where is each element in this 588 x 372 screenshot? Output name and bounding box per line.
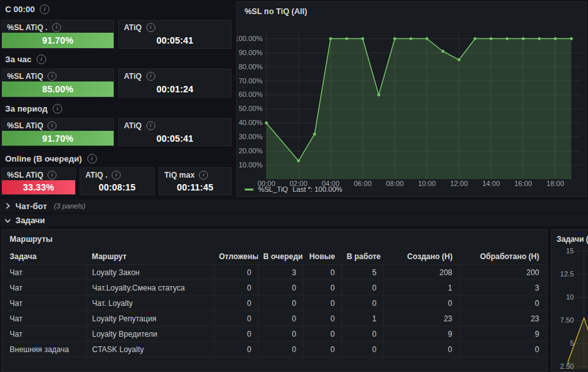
row-title[interactable]: Задачи — [15, 216, 45, 225]
svg-text:14:00: 14:00 — [482, 180, 500, 187]
sl-tiq-chart[interactable]: 100.00%90.00%80.00%70.00%60.00%50.00%40.… — [237, 2, 586, 196]
svg-text:16:00: 16:00 — [514, 180, 532, 187]
stat-value: 85.00% — [2, 81, 114, 97]
stat-panel-title: %SL ATiQ . — [7, 23, 48, 32]
stat-panel-title: ATiQ — [124, 23, 142, 32]
stat-panel-atiq-hour: ATiQ i 00:01:24 — [118, 69, 232, 97]
stat-panel-sl-atiq-day: %SL ATiQ . i 91.70% — [1, 20, 114, 49]
svg-text:50.00%: 50.00% — [239, 105, 263, 112]
stat-panel-title: ATiQ . — [85, 171, 107, 180]
info-icon[interactable]: i — [199, 171, 208, 180]
stat-value: 00:05:41 — [119, 131, 231, 146]
stat-panel-title: %SL ATiQ — [7, 171, 43, 180]
info-icon[interactable]: i — [146, 121, 155, 130]
svg-text:12.5: 12.5 — [560, 270, 574, 278]
row-panel-count: (3 panels) — [54, 202, 85, 210]
stat-panel-atiq-day: ATiQ i 00:05:41 — [118, 20, 232, 49]
info-icon[interactable]: i — [40, 4, 49, 14]
table-row[interactable]: Чат Loyalty Вредители 0 0 0 0 9 9 — [4, 326, 546, 342]
col-header-processed[interactable]: Обработано (Н) — [459, 249, 546, 265]
stat-panel-sl-atiq-online: %SL ATiQ i 33.33% — [1, 167, 76, 195]
svg-text:100.00%: 100.00% — [237, 35, 263, 42]
stat-panel-title: ATiQ — [124, 72, 142, 81]
col-header-created[interactable]: Создано (Н) — [383, 249, 459, 265]
info-icon[interactable]: i — [87, 154, 97, 164]
col-header-in-progress[interactable]: В работе — [342, 249, 383, 265]
legend-series-label[interactable]: %SL_TiQ — [258, 185, 288, 193]
table-row[interactable]: Чат Loyalty Репутация 0 0 0 1 23 23 — [4, 311, 546, 326]
stat-value: 00:08:15 — [80, 180, 154, 194]
svg-text:18:00: 18:00 — [546, 180, 564, 187]
stat-panel-title: ATiQ — [124, 121, 142, 130]
legend-last-value: Last *: 100.00% — [293, 185, 343, 193]
info-icon[interactable]: i — [48, 121, 56, 130]
info-icon[interactable]: i — [48, 72, 56, 81]
chevron-right-icon — [4, 203, 11, 209]
stat-value: 91.70% — [2, 33, 114, 48]
svg-text:06:00: 06:00 — [354, 180, 372, 187]
section-label: С 00:00 — [5, 4, 35, 14]
col-header-deferred[interactable]: Отложены — [214, 249, 258, 265]
stat-panel-atiq-online: ATiQ . i 00:08:15 — [80, 167, 155, 195]
section-header-period: За период i — [5, 103, 62, 114]
col-header-new[interactable]: Новые — [303, 249, 342, 265]
stat-panel-sl-atiq-hour: %SL ATiQ i 85.00% — [1, 69, 114, 97]
timeseries-panel-sl-tiq: %SL по TiQ (All) 100.00%90.00%80.00%70.0… — [236, 1, 587, 197]
stat-panel-title: %SL ATiQ — [7, 121, 43, 130]
info-icon[interactable]: i — [146, 23, 155, 32]
svg-text:15: 15 — [566, 247, 574, 255]
stat-value: 33.33% — [2, 180, 75, 194]
svg-text:08:00: 08:00 — [386, 180, 404, 187]
stat-value: 00:05:41 — [119, 33, 231, 48]
row-chatbot[interactable]: Чат-бот (3 panels) — [0, 199, 588, 212]
stat-panel-tiq-max-online: TiQ max i 00:11:45 — [159, 167, 232, 195]
row-tasks[interactable]: Задачи — [0, 214, 588, 226]
table-header-row: Задача Маршрут Отложены В очереди↓ Новые… — [4, 249, 546, 265]
info-icon[interactable]: i — [146, 72, 155, 81]
svg-text:60.00%: 60.00% — [239, 90, 263, 98]
stat-value: 00:11:45 — [159, 180, 231, 194]
tasks-mini-chart-panel: Задачи (All 1512.5107.5052.50 — [551, 229, 588, 372]
section-label: За час — [5, 55, 31, 64]
svg-text:40.00%: 40.00% — [239, 119, 263, 126]
routes-table-panel: Маршруты Задача Маршрут Отложены В очере… — [1, 229, 548, 372]
info-icon[interactable]: i — [112, 171, 121, 180]
legend-series-swatch — [245, 189, 254, 190]
stat-panel-title: TiQ max — [164, 171, 195, 180]
svg-text:10: 10 — [566, 293, 574, 301]
section-label: За период — [5, 104, 48, 114]
col-header-route[interactable]: Маршрут — [87, 249, 214, 265]
svg-text:10.00%: 10.00% — [239, 161, 263, 169]
table-row[interactable]: Чат Loyalty Закон 0 3 0 5 208 200 — [4, 265, 546, 280]
stat-panel-title: %SL ATiQ — [7, 72, 43, 81]
svg-text:80.00%: 80.00% — [239, 63, 263, 71]
grafana-dashboard: { "stats": { "sections": [ { "label": "С… — [0, 0, 588, 372]
info-icon[interactable]: i — [52, 23, 61, 32]
panel-title[interactable]: Маршруты — [2, 230, 547, 245]
routes-table: Задача Маршрут Отложены В очереди↓ Новые… — [4, 249, 546, 357]
stat-panel-sl-atiq-period: %SL ATiQ i 91.70% — [1, 118, 114, 146]
svg-text:20.00%: 20.00% — [239, 147, 263, 155]
svg-text:70.00%: 70.00% — [239, 77, 263, 85]
svg-text:10:00: 10:00 — [418, 180, 436, 187]
svg-text:90.00%: 90.00% — [239, 49, 263, 56]
col-header-task[interactable]: Задача — [4, 249, 87, 265]
table-row[interactable]: Чат Чат. Loyalty 0 0 0 0 0 0 — [4, 296, 546, 311]
info-icon[interactable]: i — [53, 104, 62, 114]
svg-text:7.50: 7.50 — [560, 316, 574, 324]
stat-value: 00:01:24 — [119, 81, 231, 97]
svg-text:12:00: 12:00 — [450, 180, 468, 187]
section-header-hour: За час i — [5, 54, 46, 64]
row-title[interactable]: Чат-бот — [15, 201, 47, 211]
tasks-mini-chart[interactable]: 1512.5107.5052.50 — [551, 230, 588, 371]
info-icon[interactable]: i — [48, 171, 56, 180]
stat-value: 91.70% — [2, 131, 114, 146]
info-icon[interactable]: i — [37, 55, 46, 64]
section-header-since-midnight: С 00:00 i — [5, 4, 49, 14]
col-header-in-queue[interactable]: В очереди↓ — [258, 249, 303, 265]
stat-panel-atiq-period: ATiQ i 00:05:41 — [118, 118, 232, 146]
svg-text:30.00%: 30.00% — [239, 133, 263, 140]
section-header-online-queue: Online (В очереди) i — [5, 153, 97, 164]
table-row[interactable]: Чат Чат.Loyalty.Смена статуса 0 0 0 0 1 … — [4, 280, 546, 296]
table-row[interactable]: Внешняя задача CTASK Loyalty 0 0 0 0 0 0 — [4, 342, 546, 357]
